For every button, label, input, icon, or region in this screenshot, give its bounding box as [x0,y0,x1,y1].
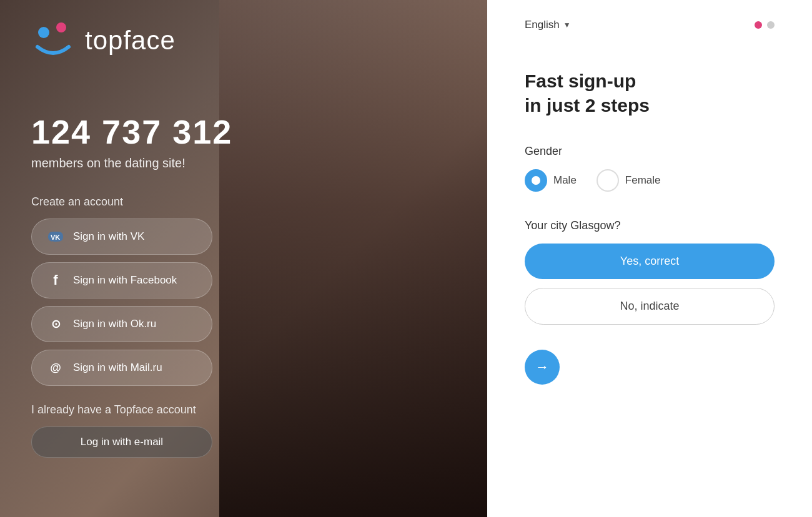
topface-logo-icon [31,19,75,62]
stats-number: 124 737 312 [31,112,456,151]
okru-signin-button[interactable]: ⊙ Sign in with Ok.ru [31,306,212,342]
right-panel: English ▼ Fast sign-up in just 2 steps G… [487,0,812,517]
login-email-button[interactable]: Log in with e-mail [31,426,212,458]
left-content: topface 124 737 312 members on the datin… [0,0,487,517]
vk-label: Sign in with VK [73,230,144,243]
chevron-down-icon: ▼ [563,21,571,29]
language-label: English [525,19,560,31]
logo-text: topface [85,26,176,56]
logo-area: topface [31,19,456,62]
already-have-account-label: I already have a Topface account [31,403,456,416]
gender-section-label: Gender [525,145,775,158]
facebook-icon: f [47,272,64,289]
mailru-signin-button[interactable]: @ Sign in with Mail.ru [31,350,212,386]
facebook-label: Sign in with Facebook [73,274,177,287]
facebook-signin-button[interactable]: f Sign in with Facebook [31,262,212,298]
city-section-label: Your city Glasgow? [525,219,775,232]
gender-option-female[interactable]: Female [597,169,661,192]
top-bar: English ▼ [525,19,775,31]
next-button[interactable]: → [525,350,560,385]
gender-option-male[interactable]: Male [525,169,577,192]
heading-line1: Fast sign-up [525,71,636,91]
step-indicator-2 [767,21,775,29]
male-label: Male [553,174,577,187]
language-selector[interactable]: English ▼ [525,19,571,31]
female-label: Female [625,174,661,187]
signup-heading: Fast sign-up in just 2 steps [525,69,775,117]
male-radio[interactable] [525,169,547,192]
left-panel: topface 124 737 312 members on the datin… [0,0,487,517]
vk-signin-button[interactable]: VK Sign in with VK [31,219,212,255]
mailru-icon: @ [47,359,64,377]
okru-icon: ⊙ [47,315,64,333]
svg-text:VK: VK [51,234,60,241]
step-indicators [755,21,775,29]
mailru-label: Sign in with Mail.ru [73,362,162,374]
yes-correct-button[interactable]: Yes, correct [525,244,775,279]
svg-point-1 [56,22,66,32]
okru-label: Sign in with Ok.ru [73,318,156,330]
create-account-label: Create an account [31,195,456,209]
stats-subtitle: members on the dating site! [31,156,456,170]
svg-point-0 [38,27,49,38]
next-arrow-icon: → [535,359,549,375]
step-indicator-1 [755,21,762,29]
heading-line2: in just 2 steps [525,95,650,116]
vk-icon: VK [47,228,64,245]
login-email-label: Log in with e-mail [81,436,163,448]
no-indicate-button[interactable]: No, indicate [525,288,775,325]
female-radio[interactable] [597,169,619,192]
gender-options: Male Female [525,169,775,192]
